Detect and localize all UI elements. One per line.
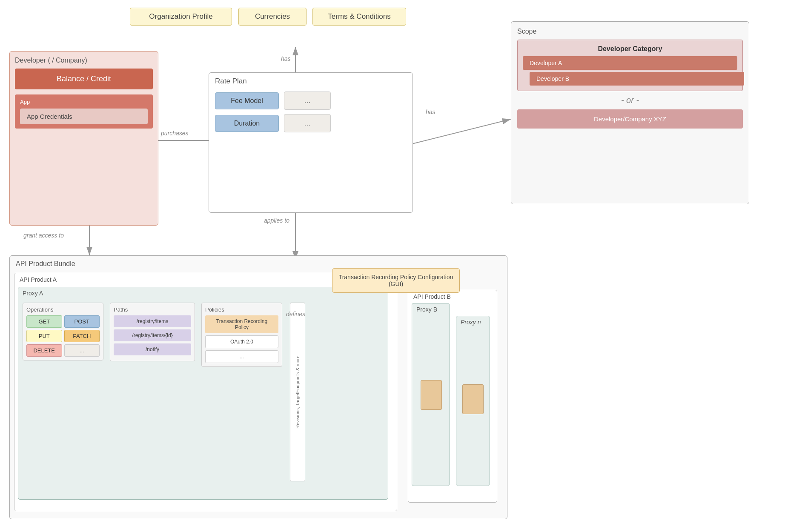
revisions-box: Revisions, TargetEndpoints & more [290,303,305,481]
policies-title: Policies [205,306,278,313]
trp-config-box: Transaction Recording Policy Configurati… [332,268,460,293]
dev-company-box: Developer/Company XYZ [517,109,743,129]
policies-box: Policies Transaction Recording Policy OA… [201,303,282,367]
dev-category-box: Developer Category Developer A Developer… [517,40,743,91]
rateplan-to-scope-arrow [409,119,511,145]
applies-to-label: applies to [264,217,289,224]
trp-policy-btn: Transaction Recording Policy [205,315,278,333]
oauth-policy: OAuth 2.0 [205,335,278,348]
api-bundle-box: API Product Bundle API Product A Proxy A… [9,255,507,519]
has-label-2: has [426,109,435,115]
or-text: - or - [517,95,743,105]
currencies-box: Currencies [238,8,307,26]
rate-plan-box: Rate Plan Fee Model ... Duration ... [209,72,413,213]
developer-box: Developer ( / Company) Balance / Credit … [9,51,158,226]
duration-cell: Duration [215,115,279,132]
proxy-a-box: Proxy A Operations GET POST [18,287,388,500]
app-credentials-box: App Credentials [20,109,148,124]
path-item-2: /registry/items/{id} [114,329,191,341]
api-product-b-box: API Product B Proxy B Proxy n [408,290,497,503]
purchases-label: purchases [161,130,189,137]
dev-a-box: Developer A [523,56,737,70]
operations-title: Operations [26,306,100,313]
op-post-btn[interactable]: POST [64,315,100,328]
dev-category-title: Developer Category [523,45,737,53]
defines-label: defines [286,311,305,317]
balance-credit-box: Balance / Credit [15,69,153,89]
proxy-n-inner-rect [462,384,484,414]
op-patch-btn[interactable]: PATCH [64,330,100,342]
fee-model-cell: Fee Model [215,92,279,109]
op-dots-btn: ... [64,344,100,357]
proxy-b-box: Proxy B [412,303,450,486]
duration-dots: ... [284,114,331,132]
operations-box: Operations GET POST PUT PATCH [23,303,103,360]
proxy-n-box: Proxy n [456,316,490,486]
proxy-b-inner-rect [421,380,442,410]
scope-title: Scope [517,28,743,35]
trp-config-line2: (GUI) [338,280,453,287]
org-profile-box: Organization Profile [130,8,232,26]
fee-model-dots: ... [284,92,331,110]
developer-title: Developer ( / Company) [15,57,153,64]
policy-dots: ... [205,350,278,363]
terms-conditions-box: Terms & Conditions [312,8,406,26]
path-item-3: /notify [114,343,191,355]
paths-title: Paths [114,306,191,313]
paths-box: Paths /registry/items /registry/items/{i… [110,303,195,361]
trp-config-line1: Transaction Recording Policy Configurati… [338,274,453,280]
rate-plan-row-duration: Duration ... [215,114,407,132]
rate-plan-row-feemodel: Fee Model ... [215,92,407,110]
app-label: App [20,99,148,105]
scope-box: Scope Developer Category Developer A Dev… [511,21,749,204]
rate-plan-title: Rate Plan [209,73,413,88]
proxy-b-title: Proxy B [412,303,450,315]
path-item-1: /registry/items [114,315,191,327]
proxy-n-title: Proxy n [456,316,490,327]
op-get-btn[interactable]: GET [26,315,62,328]
dev-b-box: Developer B [530,72,744,86]
op-put-btn[interactable]: PUT [26,330,62,342]
api-product-a-box: API Product A Proxy A Operations GET [14,273,397,511]
op-delete-btn[interactable]: DELETE [26,344,62,357]
app-box: App App Credentials [15,94,153,129]
has-label-1: has [281,55,291,62]
main-diagram: Organization Profile Currencies Terms & … [0,0,785,532]
grant-access-label: grant access to [23,232,64,239]
